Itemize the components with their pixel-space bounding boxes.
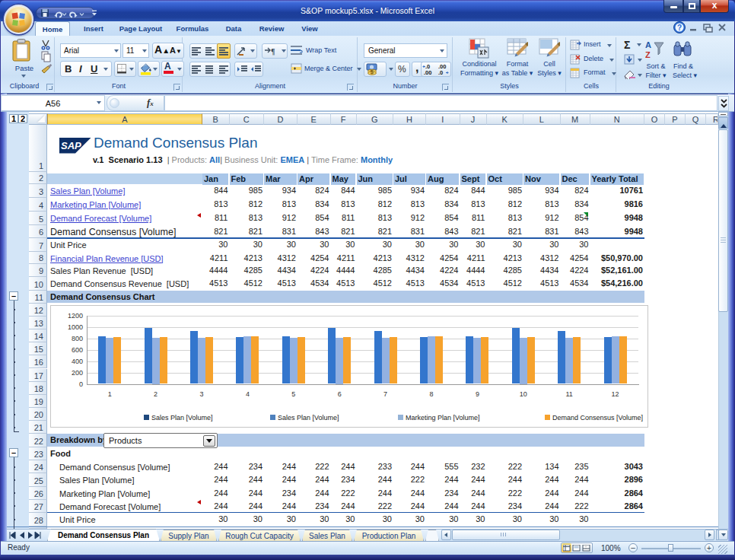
svg-text:.00: .00	[424, 69, 431, 76]
svg-text:A: A	[645, 40, 651, 49]
svg-text:¶: ¶	[271, 47, 275, 56]
svg-text:.0: .0	[438, 69, 443, 76]
svg-text:Z: Z	[645, 50, 651, 59]
svg-text:$: $	[371, 68, 374, 75]
svg-text:SAP: SAP	[61, 140, 81, 151]
svg-text:?: ?	[677, 24, 682, 32]
